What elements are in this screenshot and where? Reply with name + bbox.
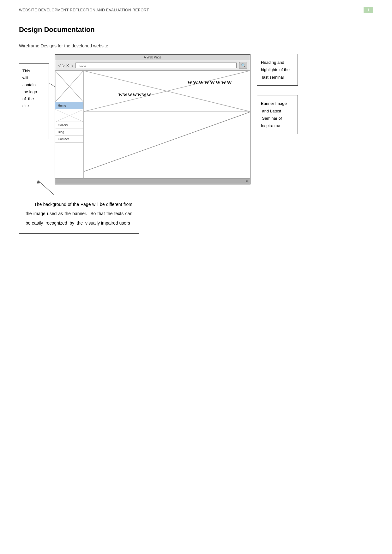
nav-item-home[interactable]: Home — [55, 102, 83, 109]
browser-main: wwwwwwww wwwwwww — [84, 71, 250, 178]
browser-content: Home Gallery Blog Contact — [55, 71, 250, 178]
callout-banner-text: Banner Image and Latest Seminar of Inspi… — [261, 101, 287, 128]
browser-nav-bar: ◁ ▷ ✕ ⌂ http:// 🔍 — [55, 60, 250, 71]
svg-line-9 — [84, 112, 250, 172]
nav-item-gallery[interactable]: Gallery — [55, 122, 83, 129]
section-title: Design Documentation — [19, 26, 373, 34]
wavy-text-bottom: wwwwwww — [118, 91, 152, 98]
callout-heading: Heading and highlights of the last semin… — [257, 54, 298, 86]
browser-header-section: wwwwwwww wwwwwww — [84, 71, 250, 112]
footer-icon: ⊘ — [245, 179, 248, 183]
wavy-text-top: wwwwwwww — [187, 78, 232, 86]
callout-logo: Thiswillcontainthe logoof thesite — [19, 63, 49, 139]
url-bar[interactable]: http:// — [75, 63, 237, 68]
page-header: WEBSITE DEVELOPMENT REFLECTION AND EVALU… — [0, 0, 392, 16]
forward-icon: ▷ — [62, 63, 65, 68]
search-button[interactable]: 🔍 — [239, 62, 247, 69]
browser-title: A Web Page — [144, 56, 161, 59]
main-content: Design Documentation Wireframe Designs f… — [0, 16, 392, 246]
sidebar-logo-area — [55, 71, 83, 102]
back-icon: ◁ — [58, 63, 61, 68]
sidebar-sub-area — [55, 109, 83, 122]
wireframe-label: Wireframe Designs for the developed webs… — [19, 43, 373, 48]
callout-logo-text: Thiswillcontainthe logoof thesite — [22, 69, 37, 108]
bottom-callout-container: The background of the Page will be diffe… — [19, 194, 373, 234]
home-icon: ⌂ — [70, 63, 73, 68]
wireframe-layout: Thiswillcontainthe logoof thesite A Web … — [19, 54, 373, 184]
nav-item-contact[interactable]: Contact — [55, 136, 83, 143]
bottom-callout-arrow-icon — [35, 179, 98, 195]
callout-heading-text: Heading and highlights of the last semin… — [261, 60, 290, 80]
nav-item-blog[interactable]: Blog — [55, 129, 83, 136]
browser-title-bar: A Web Page — [55, 55, 250, 60]
browser-wireframe: A Web Page ◁ ▷ ✕ ⌂ http:// 🔍 — [55, 54, 250, 184]
svg-line-10 — [38, 180, 54, 195]
callout-bottom-text: The background of the Page will be diffe… — [26, 202, 132, 226]
callout-banner: Banner Image and Latest Seminar of Inspi… — [257, 95, 298, 134]
browser-lower-area — [84, 112, 250, 172]
report-title: WEBSITE DEVELOPMENT REFLECTION AND EVALU… — [19, 8, 149, 12]
browser-nav-icons: ◁ ▷ ✕ ⌂ — [58, 63, 73, 68]
logo-placeholder — [55, 71, 83, 102]
close-icon: ✕ — [66, 63, 69, 68]
header-image-placeholder — [84, 71, 250, 111]
right-callouts: Heading and highlights of the last semin… — [257, 54, 298, 134]
page-number: 1 — [364, 7, 373, 13]
callout-bottom: The background of the Page will be diffe… — [19, 194, 139, 234]
browser-sidebar: Home Gallery Blog Contact — [55, 71, 84, 178]
